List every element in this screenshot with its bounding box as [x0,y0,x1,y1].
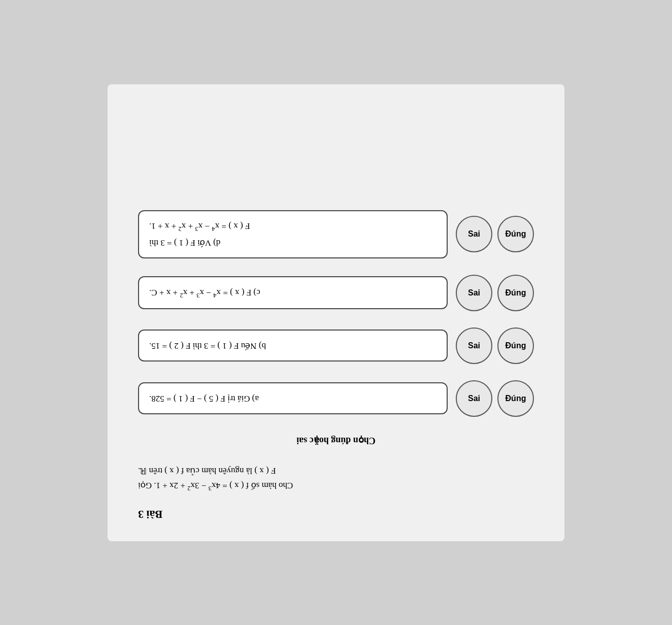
dung-button-b[interactable]: Đúng [497,327,534,364]
question-block-b: Đúng Sai b) Nếu F ( 1 ) = 3 thì F ( 2 ) … [138,327,534,364]
dung-button-c[interactable]: Đúng [497,274,534,311]
btn-group-a: Đúng Sai [456,380,534,416]
question-box-a: a) Giá trị F ( 5 ) − F ( 1 ) = 528. [138,382,448,414]
btn-group-d: Đúng Sai [456,216,534,252]
question-block-c: Đúng Sai c) F ( x ) = x4 − x3 + x2 + x +… [138,274,534,311]
dung-button-d[interactable]: Đúng [497,216,534,252]
sai-button-d[interactable]: Sai [456,216,492,252]
btn-group-c: Đúng Sai [456,274,534,311]
question-box-b: b) Nếu F ( 1 ) = 3 thì F ( 2 ) = 15. [138,330,448,361]
question-box-d: d) Với F ( 1 ) = 3 thì F ( x ) = x4 − x3… [138,210,448,258]
page-title: Bài 3 [138,508,534,521]
instruction-label: Chọn đúng hoặc sai [138,435,534,446]
dung-button-a[interactable]: Đúng [497,380,534,416]
sai-button-a[interactable]: Sai [456,380,492,416]
question-block-d: Đúng Sai d) Với F ( 1 ) = 3 thì F ( x ) … [138,210,534,258]
intro-text: Cho hàm số f ( x ) = 4x3 − 3x2 + 2x + 1.… [138,463,534,493]
page-container: Bài 3 Cho hàm số f ( x ) = 4x3 − 3x2 + 2… [108,84,564,541]
sai-button-c[interactable]: Sai [456,274,492,311]
intro-line1: Cho hàm số f ( x ) = 4x3 − 3x2 + 2x + 1.… [138,481,293,490]
btn-group-b: Đúng Sai [456,327,534,364]
sai-button-b[interactable]: Sai [456,327,492,364]
question-box-c: c) F ( x ) = x4 − x3 + x2 + x + C. [138,276,448,309]
intro-line2: F ( x ) là nguyên hàm của f ( x ) trên ℝ… [138,466,276,476]
question-block-a: Đúng Sai a) Giá trị F ( 5 ) − F ( 1 ) = … [138,380,534,416]
